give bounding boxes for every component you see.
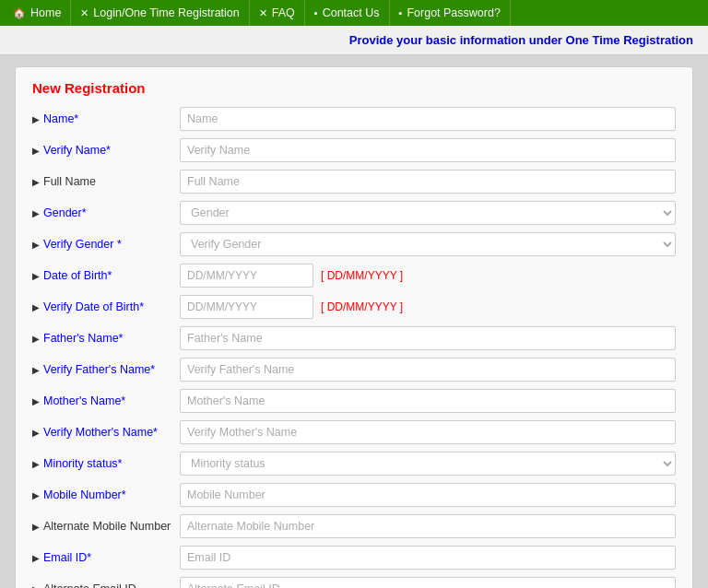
label-verify-name: ▶ Verify Name* — [32, 144, 180, 157]
arrow-father-name: ▶ — [32, 334, 40, 344]
nav-contact[interactable]: ▪ Contact Us — [305, 0, 390, 26]
label-alt-mobile: ▶ Alternate Mobile Number — [32, 520, 180, 533]
main-area: New Registration ▶ Name* ▶ Verify Name* … — [0, 55, 708, 588]
home-icon: 🏠 — [13, 7, 26, 19]
field-row-full-name: ▶ Full Name — [32, 170, 676, 194]
field-row-verify-gender: ▶ Verify Gender * Verify Gender Male Fem… — [32, 232, 676, 256]
input-email[interactable] — [180, 546, 676, 570]
label-full-name: ▶ Full Name — [32, 175, 180, 188]
arrow-dob: ▶ — [32, 271, 40, 281]
label-dob: ▶ Date of Birth* — [32, 269, 180, 282]
navbar: 🏠 Home ✕ Login/One Time Registration ✕ F… — [0, 0, 708, 26]
arrow-email: ▶ — [32, 553, 40, 563]
label-name: ▶ Name* — [32, 112, 180, 125]
arrow-verify-dob: ▶ — [32, 302, 40, 312]
faq-icon: ✕ — [259, 7, 267, 19]
verify-dob-row: [ DD/MM/YYYY ] — [180, 295, 676, 319]
arrow-name: ▶ — [32, 114, 40, 124]
label-minority-status: ▶ Minority status* — [32, 457, 180, 470]
select-gender[interactable]: Gender Male Female Other — [180, 201, 676, 225]
arrow-mobile-number: ▶ — [32, 490, 40, 500]
input-verify-dob[interactable] — [180, 295, 313, 319]
login-icon: ✕ — [80, 7, 88, 19]
nav-faq-label: FAQ — [272, 6, 295, 19]
nav-forgot-label: Forgot Password? — [407, 6, 500, 19]
nav-contact-label: Contact Us — [323, 6, 380, 19]
subheader-text: Provide your basic information under One… — [349, 33, 693, 47]
label-father-name: ▶ Father's Name* — [32, 332, 180, 345]
field-row-verify-dob: ▶ Verify Date of Birth* [ DD/MM/YYYY ] — [32, 295, 676, 319]
form-card: New Registration ▶ Name* ▶ Verify Name* … — [15, 66, 693, 588]
field-row-alt-mobile: ▶ Alternate Mobile Number — [32, 514, 676, 538]
label-verify-dob: ▶ Verify Date of Birth* — [32, 300, 180, 313]
label-verify-father-name: ▶ Verify Father's Name* — [32, 363, 180, 376]
field-row-mother-name: ▶ Mother's Name* — [32, 389, 676, 413]
arrow-alt-mobile: ▶ — [32, 522, 40, 532]
field-row-alt-email: ▶ Alternate Email ID — [32, 577, 676, 588]
input-mobile-number[interactable] — [180, 483, 676, 507]
arrow-verify-name: ▶ — [32, 146, 40, 156]
nav-forgot[interactable]: ▪ Forgot Password? — [390, 0, 511, 26]
field-row-verify-mother-name: ▶ Verify Mother's Name* — [32, 420, 676, 444]
input-full-name[interactable] — [180, 170, 676, 194]
field-row-verify-father-name: ▶ Verify Father's Name* — [32, 358, 676, 382]
form-title: New Registration — [32, 80, 676, 96]
field-row-father-name: ▶ Father's Name* — [32, 326, 676, 350]
input-verify-father-name[interactable] — [180, 358, 676, 382]
forgot-icon: ▪ — [399, 7, 403, 18]
dob-row: [ DD/MM/YYYY ] — [180, 264, 676, 288]
input-dob[interactable] — [180, 264, 313, 288]
arrow-verify-father-name: ▶ — [32, 365, 40, 375]
arrow-alt-email: ▶ — [32, 584, 40, 589]
input-verify-mother-name[interactable] — [180, 420, 676, 444]
nav-home[interactable]: 🏠 Home — [4, 0, 71, 26]
field-row-email: ▶ Email ID* — [32, 546, 676, 570]
label-verify-gender: ▶ Verify Gender * — [32, 238, 180, 251]
nav-login[interactable]: ✕ Login/One Time Registration — [71, 0, 249, 26]
input-name[interactable] — [180, 107, 676, 131]
label-mother-name: ▶ Mother's Name* — [32, 394, 180, 407]
arrow-verify-gender: ▶ — [32, 240, 40, 250]
arrow-minority-status: ▶ — [32, 459, 40, 469]
dob-format: [ DD/MM/YYYY ] — [321, 269, 403, 282]
field-row-name: ▶ Name* — [32, 107, 676, 131]
nav-home-label: Home — [30, 6, 61, 19]
select-verify-gender[interactable]: Verify Gender Male Female Other — [180, 232, 676, 256]
label-email: ▶ Email ID* — [32, 551, 180, 564]
field-row-verify-name: ▶ Verify Name* — [32, 138, 676, 162]
input-alt-mobile[interactable] — [180, 514, 676, 538]
input-mother-name[interactable] — [180, 389, 676, 413]
field-row-gender: ▶ Gender* Gender Male Female Other — [32, 201, 676, 225]
contact-icon: ▪ — [314, 7, 318, 18]
label-mobile-number: ▶ Mobile Number* — [32, 488, 180, 501]
label-alt-email: ▶ Alternate Email ID — [32, 582, 180, 588]
arrow-mother-name: ▶ — [32, 396, 40, 406]
nav-faq[interactable]: ✕ FAQ — [250, 0, 305, 26]
input-father-name[interactable] — [180, 326, 676, 350]
subheader: Provide your basic information under One… — [0, 26, 708, 55]
verify-dob-format: [ DD/MM/YYYY ] — [321, 300, 403, 313]
label-verify-mother-name: ▶ Verify Mother's Name* — [32, 426, 180, 439]
input-alt-email[interactable] — [180, 577, 676, 588]
field-row-mobile-number: ▶ Mobile Number* — [32, 483, 676, 507]
select-minority-status[interactable]: Minority status Yes No — [180, 452, 676, 476]
field-row-dob: ▶ Date of Birth* [ DD/MM/YYYY ] — [32, 264, 676, 288]
field-row-minority-status: ▶ Minority status* Minority status Yes N… — [32, 452, 676, 476]
arrow-full-name: ▶ — [32, 177, 40, 187]
nav-login-label: Login/One Time Registration — [93, 6, 239, 19]
input-verify-name[interactable] — [180, 138, 676, 162]
label-gender: ▶ Gender* — [32, 206, 180, 219]
arrow-verify-mother-name: ▶ — [32, 428, 40, 438]
arrow-gender: ▶ — [32, 208, 40, 218]
